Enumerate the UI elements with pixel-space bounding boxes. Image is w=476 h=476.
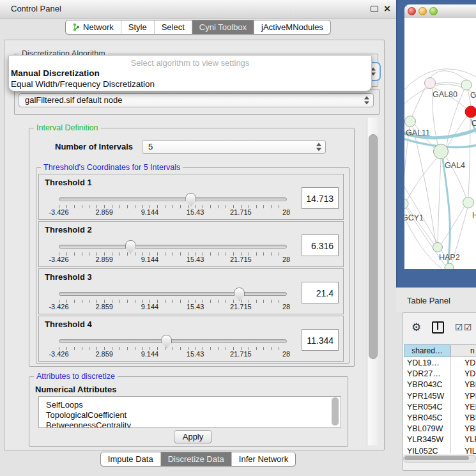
tab-network[interactable]: Network <box>66 20 121 34</box>
svg-text:HAP2: HAP2 <box>439 253 460 262</box>
thresholds-group-title: Threshold's Coordinates for 5 Intervals <box>41 163 183 172</box>
threshold-4-slider-handle[interactable] <box>161 335 172 348</box>
threshold-1-value-field[interactable]: 14.713 <box>302 187 339 209</box>
threshold-4-label: Threshold 4 <box>45 319 92 329</box>
table-row[interactable]: YBL079W YBL0 <box>403 424 476 434</box>
top-tab-bar: Network Style Select Cyni Toolbox jActiv… <box>0 20 396 35</box>
tab-select[interactable]: Select <box>154 20 192 34</box>
network-tab-icon <box>73 23 80 31</box>
settings-vertical-scrollbar[interactable] <box>367 118 378 445</box>
threshold-2-label: Threshold 2 <box>45 225 92 234</box>
table-row[interactable]: YDR27… YDR2 <box>403 369 476 380</box>
panel-title: Control Panel <box>11 0 61 18</box>
threshold-1-slider-handle[interactable] <box>185 193 196 206</box>
number-of-intervals-label: Number of Intervals <box>55 142 133 151</box>
interval-definition-group-title: Interval Definition <box>34 123 101 132</box>
attribute-list-item[interactable]: TopologicalCoefficient <box>39 410 341 420</box>
gear-icon[interactable]: ⚙ <box>411 321 421 334</box>
attributes-group-title: Attributes to discretize <box>34 372 118 381</box>
threshold-2-slider[interactable] <box>59 245 287 249</box>
svg-text:H: H <box>472 211 476 220</box>
checkbox-icon[interactable]: ☑ <box>455 322 463 332</box>
table-panel-titlebar: Table Panel <box>396 288 476 312</box>
combo-stepper-icon <box>364 96 369 105</box>
svg-text:GAL80: GAL80 <box>433 90 457 99</box>
network-view-canvas[interactable]: GAL80GACGAL11GAL4GCY1HHAP2 <box>404 18 476 269</box>
scrollbar-thumb[interactable] <box>369 134 378 359</box>
slider-scale-labels: -3.4262.8599.14415.4321.71528 <box>59 208 286 216</box>
apply-button[interactable]: Apply <box>174 430 212 443</box>
table-horizontal-scrollbar[interactable] <box>403 455 476 463</box>
dropdown-option-equal-width-frequency[interactable]: Equal Width/Frequency Discretization <box>11 79 155 89</box>
threshold-3-panel: Threshold 3 -3.4262.8599.14415.4321.7152… <box>38 268 344 314</box>
tab-style[interactable]: Style <box>121 20 154 34</box>
tab-infer-network[interactable]: Infer Network <box>231 452 295 466</box>
tab-jactivemnodules[interactable]: jActiveMNodules <box>254 20 330 34</box>
attribute-list-item[interactable]: BetweennessCentrality <box>39 420 341 428</box>
split-view-icon[interactable] <box>432 321 444 334</box>
control-panel-titlebar: Control Panel × <box>0 0 396 19</box>
threshold-2-value-field[interactable]: 6.316 <box>302 234 339 256</box>
numerical-attributes-label: Numerical Attributes <box>35 385 116 394</box>
threshold-3-label: Threshold 3 <box>45 272 92 282</box>
number-of-intervals-combobox[interactable]: 5 <box>142 140 326 154</box>
table-rows: YDL19… YDL1 YDR27… YDR2 YBR043C YBR0 YPR… <box>403 358 476 454</box>
table-row[interactable]: YER054C YER0 <box>403 402 476 413</box>
table-row[interactable]: YBR043C YBR0 <box>403 380 476 390</box>
column-header-shared-name[interactable]: shared… <box>404 344 450 357</box>
bottom-tab-bar: Impute Data Discretize Data Infer Networ… <box>0 452 396 466</box>
threshold-4-panel: Threshold 4 -3.4262.8599.14415.4321.7152… <box>38 316 344 362</box>
table-panel-title: Table Panel <box>407 296 450 305</box>
dropdown-placeholder-option[interactable]: Select algorithm to view settings <box>9 58 371 68</box>
bottom-tab-group: Impute Data Discretize Data Infer Networ… <box>100 452 296 466</box>
slider-scale-labels: -3.4262.8599.14415.4321.71528 <box>59 303 286 311</box>
svg-text:C: C <box>472 119 476 128</box>
close-icon[interactable]: × <box>384 0 390 17</box>
table-data-combobox[interactable]: galFiltered.sif default node <box>19 93 374 107</box>
table-row[interactable]: YBR045C YBR0 <box>403 413 476 424</box>
svg-text:GCY1: GCY1 <box>404 213 424 222</box>
minimize-traffic-light-icon[interactable] <box>418 7 427 15</box>
table-data-selected-value: galFiltered.sif default node <box>25 94 122 107</box>
threshold-1-panel: Threshold 1 -3.4262.8599.14415.4321.7152… <box>38 174 344 220</box>
threshold-2-slider-handle[interactable] <box>125 240 136 254</box>
threshold-4-slider[interactable] <box>59 339 287 343</box>
network-graph-svg: GAL80GACGAL11GAL4GCY1HHAP2 <box>404 18 476 269</box>
threshold-3-slider-handle[interactable] <box>234 288 245 301</box>
table-row[interactable]: YPR145W YPR1 <box>403 391 476 402</box>
attribute-list-item[interactable]: SelfLoops <box>39 400 341 410</box>
slider-scale-labels: -3.4262.8599.14415.4321.71528 <box>59 256 286 263</box>
svg-text:GAL11: GAL11 <box>406 128 430 137</box>
threshold-2-panel: Threshold 2 -3.4262.8599.14415.4321.7152… <box>38 221 344 267</box>
threshold-1-label: Threshold 1 <box>45 178 92 187</box>
column-header-name[interactable]: n <box>451 344 476 357</box>
combo-stepper-icon <box>316 143 321 151</box>
tab-discretize-data[interactable]: Discretize Data <box>160 452 231 466</box>
tab-group: Network Style Select Cyni Toolbox jActiv… <box>65 20 331 35</box>
numerical-attributes-list[interactable]: SelfLoopsTopologicalCoefficientBetweenne… <box>38 396 341 428</box>
tab-impute-data[interactable]: Impute Data <box>101 452 160 466</box>
svg-text:GA: GA <box>470 91 476 100</box>
svg-text:GAL4: GAL4 <box>445 161 465 170</box>
threshold-3-slider[interactable] <box>59 292 287 296</box>
slider-scale-labels: -3.4262.8599.14415.4321.71528 <box>59 350 286 358</box>
threshold-3-value-field[interactable]: 21.4 <box>302 282 339 303</box>
tab-cyni-toolbox[interactable]: Cyni Toolbox <box>192 20 254 34</box>
table-row[interactable]: YLR345W YLR3 <box>403 434 476 445</box>
float-window-icon[interactable] <box>371 6 378 12</box>
close-traffic-light-icon[interactable] <box>408 7 416 15</box>
screen: Control Panel × Network Style Select Cyn… <box>0 0 476 476</box>
threshold-1-slider[interactable] <box>59 197 287 201</box>
zoom-traffic-light-icon[interactable] <box>429 7 438 15</box>
dropdown-option-manual-discretization[interactable]: Manual Discretization <box>11 68 100 78</box>
tab-label: Network <box>83 20 114 34</box>
scrollbar-thumb[interactable] <box>404 456 469 460</box>
table-row[interactable]: YDL19… YDL1 <box>403 358 476 369</box>
table-row[interactable]: YIL052C YIL0 <box>403 446 476 454</box>
checkbox-icon[interactable]: ☑ <box>464 322 472 332</box>
threshold-4-value-field[interactable]: 11.344 <box>302 329 339 351</box>
algorithm-dropdown-popup: Select algorithm to view settings Manual… <box>8 55 372 91</box>
number-of-intervals-value: 5 <box>148 141 153 153</box>
